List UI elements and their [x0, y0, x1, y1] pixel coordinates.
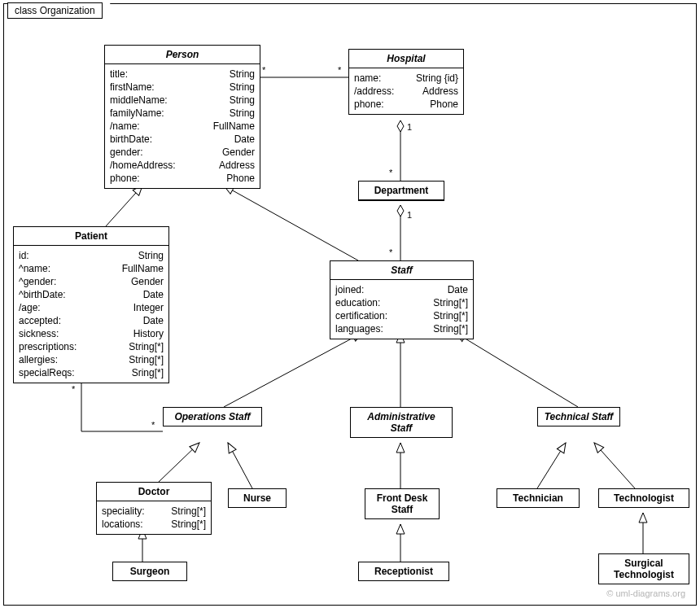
mult-star: *	[389, 168, 392, 177]
attribute-row: firstName:String	[110, 81, 255, 94]
class-person: Person title:StringfirstName:Stringmiddl…	[104, 45, 260, 189]
class-title: Surgeon	[113, 562, 186, 580]
attribute-row: education:String[*]	[335, 296, 468, 309]
class-title: Surgical Technologist	[599, 554, 689, 584]
attribute-row: ^gender:Gender	[19, 275, 164, 288]
attribute-row: /homeAddress:Address	[110, 159, 255, 172]
attribute-row: title:String	[110, 68, 255, 81]
class-title: Technician	[497, 489, 579, 507]
class-title: Nurse	[229, 489, 286, 507]
attribute-row: sickness:History	[19, 327, 164, 340]
class-department: Department	[358, 181, 444, 201]
class-technical-staff: Technical Staff	[537, 407, 620, 426]
class-title: Technical Staff	[538, 408, 619, 426]
mult-one: 1	[407, 122, 412, 132]
attribute-row: familyName:String	[110, 107, 255, 120]
attribute-row: ^birthDate:Date	[19, 288, 164, 301]
mult-star: *	[72, 384, 75, 394]
attribute-row: birthDate:Date	[110, 133, 255, 146]
attribute-row: specialReqs:Sring[*]	[19, 366, 164, 379]
mult-star: *	[151, 420, 155, 430]
attribute-row: languages:String[*]	[335, 322, 468, 335]
attribute-row: prescriptions:String[*]	[19, 340, 164, 353]
class-title: Person	[105, 46, 260, 64]
attribute-row: id:String	[19, 249, 164, 262]
mult-one: 1	[407, 210, 412, 220]
class-nurse: Nurse	[228, 488, 287, 508]
attribute-row: name:String {id}	[354, 72, 458, 85]
class-title: Administrative Staff	[351, 408, 452, 437]
class-technician: Technician	[497, 488, 580, 508]
mult-star: *	[262, 65, 265, 75]
watermark: © uml-diagrams.org	[606, 588, 685, 598]
class-operations-staff: Operations Staff	[163, 407, 262, 426]
class-staff: Staff joined:Dateeducation:String[*]cert…	[330, 260, 474, 339]
attribute-row: certification:String[*]	[335, 309, 468, 322]
class-title: Patient	[14, 227, 168, 246]
attribute-row: speciality:String[*]	[102, 505, 206, 518]
frame-title: class Organization	[7, 2, 103, 19]
attribute-row: locations:String[*]	[102, 518, 206, 531]
class-title: Staff	[330, 261, 473, 280]
attribute-row: joined:Date	[335, 283, 468, 296]
class-title: Doctor	[97, 483, 211, 501]
attribute-row: /address:Address	[354, 85, 458, 98]
class-surgical-technologist: Surgical Technologist	[598, 553, 689, 584]
attribute-row: middleName:String	[110, 94, 255, 107]
class-receptionist: Receptionist	[358, 562, 449, 581]
mult-star: *	[338, 65, 341, 75]
diagram-canvas: class Organization	[0, 0, 700, 608]
class-technologist: Technologist	[598, 488, 689, 508]
attribute-row: ^name:FullName	[19, 262, 164, 275]
attribute-row: phone:Phone	[110, 172, 255, 185]
class-title: Front Desk Staff	[365, 489, 439, 518]
class-title: Hospital	[349, 50, 463, 68]
attribute-row: /name:FullName	[110, 120, 255, 133]
attribute-row: phone:Phone	[354, 98, 458, 111]
attribute-row: allergies:String[*]	[19, 353, 164, 366]
class-front-desk-staff: Front Desk Staff	[365, 488, 440, 519]
attribute-row: gender:Gender	[110, 146, 255, 159]
class-doctor: Doctor speciality:String[*]locations:Str…	[96, 482, 212, 535]
class-hospital: Hospital name:String {id}/address:Addres…	[348, 49, 464, 115]
class-title: Receptionist	[359, 562, 448, 580]
class-patient: Patient id:String^name:FullName^gender:G…	[13, 226, 169, 383]
class-title: Technologist	[599, 489, 689, 507]
class-title: Department	[359, 182, 444, 200]
class-title: Operations Staff	[164, 408, 261, 426]
mult-star: *	[389, 247, 392, 257]
class-administrative-staff: Administrative Staff	[350, 407, 453, 438]
attribute-row: accepted:Date	[19, 314, 164, 327]
attribute-row: /age:Integer	[19, 301, 164, 314]
class-surgeon: Surgeon	[112, 562, 187, 581]
